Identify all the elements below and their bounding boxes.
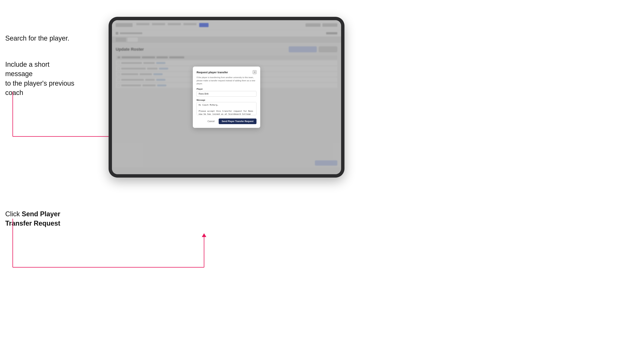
annotation-message: Include a short messageto the player's p… bbox=[5, 60, 76, 98]
message-field-label: Message bbox=[196, 99, 256, 101]
request-transfer-modal: Request player transfer ✕ If the player … bbox=[193, 67, 260, 128]
modal-header: Request player transfer ✕ bbox=[196, 70, 256, 74]
player-field-label: Player bbox=[196, 88, 256, 90]
modal-footer: Cancel Send Player Transfer Request bbox=[196, 119, 256, 124]
modal-description: If the player is transferring from anoth… bbox=[196, 76, 256, 85]
cancel-button[interactable]: Cancel bbox=[205, 119, 217, 124]
modal-close-button[interactable]: ✕ bbox=[253, 70, 256, 74]
tablet-screen: Update Roster bbox=[112, 20, 341, 174]
message-textarea[interactable]: Hi Coach McHarg, Please accept this tran… bbox=[196, 102, 256, 115]
modal-title: Request player transfer bbox=[196, 71, 228, 74]
player-input[interactable] bbox=[196, 91, 256, 97]
tablet-device: Update Roster bbox=[108, 17, 344, 177]
annotation-click: Click Send Player Transfer Request bbox=[5, 209, 76, 228]
svg-marker-6 bbox=[202, 233, 206, 237]
modal-overlay: Request player transfer ✕ If the player … bbox=[112, 20, 341, 174]
send-transfer-button[interactable]: Send Player Transfer Request bbox=[219, 119, 256, 124]
annotation-search: Search for the player. bbox=[5, 34, 69, 43]
